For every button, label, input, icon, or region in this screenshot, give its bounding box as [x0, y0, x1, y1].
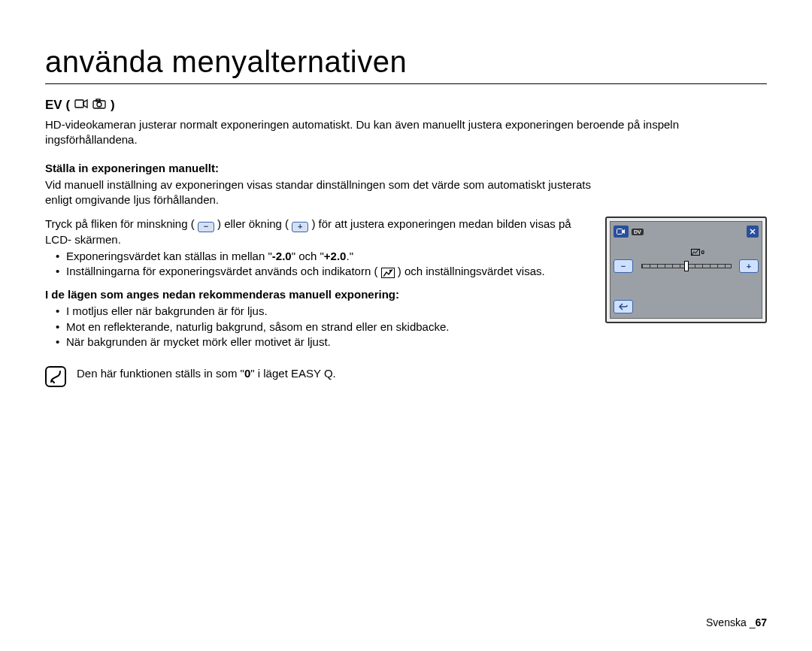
- paragraph-manual-desc: Vid manuell inställning av exponeringen …: [45, 177, 594, 208]
- note-row: Den här funktionen ställs in som "0" i l…: [45, 366, 590, 387]
- bullet-range: Exponeringsvärdet kan ställas in mellan …: [56, 249, 590, 264]
- subheading-manual: Ställa in exponeringen manuellt:: [45, 162, 767, 174]
- section-heading-ev: EV ( ): [45, 98, 767, 113]
- svg-rect-0: [75, 100, 83, 107]
- paragraph-tabs: Tryck på fliken för minskning ( − ) elle…: [45, 216, 590, 247]
- intro-paragraph: HD-videokameran justerar normalt exponer…: [45, 117, 752, 148]
- svg-point-4: [389, 270, 391, 272]
- svg-rect-5: [617, 229, 623, 235]
- lcd-video-mode-icon: [614, 226, 629, 238]
- plus-tab-icon: +: [292, 222, 308, 232]
- subheading-recommended: I de lägen som anges nedan rekommenderas…: [45, 288, 590, 301]
- list-item: I motljus eller när bakgrunden är för lj…: [56, 304, 590, 319]
- page-title: använda menyalternativen: [45, 45, 767, 84]
- page-footer: Svenska _67: [706, 616, 767, 628]
- lcd-minus-button: −: [614, 259, 633, 273]
- list-item: När bakgrunden är mycket mörk eller moti…: [56, 335, 590, 350]
- note-icon: [45, 366, 66, 387]
- lcd-ev-value: 0: [701, 249, 704, 256]
- list-item: Mot en reflekterande, naturlig bakgrund,…: [56, 319, 590, 335]
- lcd-figure: DV − 0: [605, 216, 767, 323]
- note-text: Den här funktionen ställs in som "0" i l…: [77, 366, 336, 381]
- lcd-mode-label: DV: [632, 229, 644, 235]
- minus-tab-icon: −: [198, 222, 214, 232]
- lcd-indicator-icon: [691, 249, 700, 256]
- video-mode-icon: [74, 98, 88, 113]
- exposure-indicator-icon: [381, 268, 395, 278]
- page-number: 67: [755, 616, 767, 628]
- ev-range-list: Exponeringsvärdet kan ställas in mellan …: [56, 249, 590, 280]
- manual-page: använda menyalternativen EV ( ) HD-video…: [0, 0, 812, 651]
- lcd-ev-scale: 0: [636, 259, 736, 273]
- recommended-list: I motljus eller när bakgrunden är för lj…: [56, 304, 590, 350]
- lcd-plus-button: +: [739, 259, 759, 273]
- content-row: Tryck på fliken för minskning ( − ) elle…: [45, 216, 767, 387]
- svg-point-3: [97, 102, 102, 107]
- bullet-indicator: Inställningarna för exponeringsvärdet an…: [56, 264, 590, 279]
- lcd-close-icon: [747, 226, 759, 238]
- photo-mode-icon: [92, 98, 106, 113]
- lcd-back-button: [614, 300, 633, 313]
